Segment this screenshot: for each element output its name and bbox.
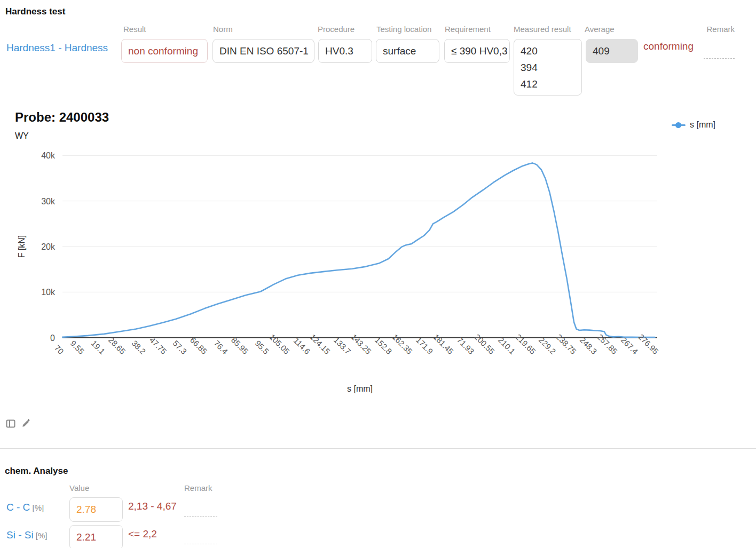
chem-remark-input[interactable] xyxy=(184,516,217,517)
header-norm: Norm xyxy=(213,25,233,34)
legend-label: s [mm] xyxy=(690,120,715,130)
pencil-icon xyxy=(21,418,32,428)
chem-value-field[interactable]: 2.78 xyxy=(69,497,123,522)
header-remark: Remark xyxy=(703,25,735,34)
legend-line-icon xyxy=(672,124,686,126)
measured-value: 394 xyxy=(521,59,581,76)
x-axis-title: s [mm] xyxy=(62,384,657,394)
chem-remark-input[interactable] xyxy=(184,544,217,544)
average-field: 409 xyxy=(586,39,638,63)
measured-value: 412 xyxy=(521,76,581,92)
chart-subtitle: WY xyxy=(15,131,29,141)
edit-chart-button[interactable] xyxy=(21,418,32,431)
chem-value-field[interactable]: 2.21 xyxy=(69,525,123,548)
y-tick-label: 10k xyxy=(41,288,56,297)
element-name[interactable]: C - C xyxy=(6,502,30,513)
chart-title: Probe: 2400033 xyxy=(15,110,109,125)
y-tick-label: 30k xyxy=(41,197,56,206)
chem-element-label: C - C [%] xyxy=(6,502,44,513)
hardness-remark-input[interactable] xyxy=(704,58,735,59)
element-name[interactable]: Si - Si xyxy=(6,529,34,541)
hardness-row-link[interactable]: Hardness1 - Hardness xyxy=(6,42,108,54)
quality-report-page: Hardness test Result Norm Procedure Test… xyxy=(0,0,756,548)
result-field[interactable]: non conforming xyxy=(121,39,208,63)
element-unit: [%] xyxy=(34,531,48,540)
legend-item[interactable]: s [mm] xyxy=(672,120,715,130)
chem-requirement: <= 2,2 xyxy=(128,528,157,540)
table-columns-icon xyxy=(6,419,15,428)
legend-dot-icon xyxy=(675,122,681,128)
section-divider xyxy=(0,448,756,449)
testing-location-field[interactable]: surface xyxy=(376,39,439,63)
chem-requirement: 2,13 - 4,67 xyxy=(128,501,177,512)
chem-section-title: chem. Analyse xyxy=(5,466,68,476)
y-tick-label: 0 xyxy=(50,333,55,343)
y-tick-label: 40k xyxy=(41,151,56,160)
y-tick-label: 20k xyxy=(41,242,56,251)
measured-value: 420 xyxy=(521,43,581,59)
header-measured-result: Measured result xyxy=(514,25,571,34)
header-testing-location: Testing location xyxy=(376,25,431,34)
series-line[interactable] xyxy=(62,163,655,337)
procedure-field[interactable]: HV0.3 xyxy=(318,39,372,63)
element-unit: [%] xyxy=(30,503,44,512)
header-requirement: Requirement xyxy=(445,25,491,34)
chem-header-remark: Remark xyxy=(184,483,212,493)
hardness-section-title: Hardness test xyxy=(5,6,65,17)
evaluation-text: conforming xyxy=(643,41,694,52)
requirement-field[interactable]: ≤ 390 HV0,3 xyxy=(444,39,510,63)
measured-result-field[interactable]: 420394412 xyxy=(514,39,582,96)
table-view-button[interactable] xyxy=(6,419,15,431)
header-result: Result xyxy=(123,25,146,34)
header-average: Average xyxy=(585,25,615,34)
y-axis-title: F [kN] xyxy=(17,235,26,258)
norm-field[interactable]: DIN EN ISO 6507-1 xyxy=(212,39,314,63)
chem-element-label: Si - Si [%] xyxy=(6,529,48,541)
header-procedure: Procedure xyxy=(318,25,355,34)
chem-header-value: Value xyxy=(69,483,89,493)
